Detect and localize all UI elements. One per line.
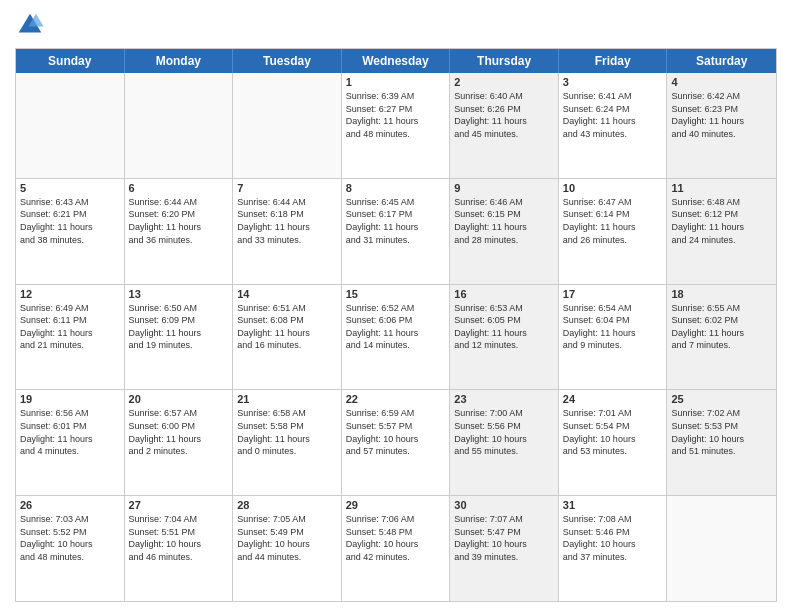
day-number: 26	[20, 499, 120, 511]
day-info: Sunrise: 7:08 AM Sunset: 5:46 PM Dayligh…	[563, 513, 663, 563]
day-info: Sunrise: 7:03 AM Sunset: 5:52 PM Dayligh…	[20, 513, 120, 563]
day-info: Sunrise: 6:49 AM Sunset: 6:11 PM Dayligh…	[20, 302, 120, 352]
calendar-cell: 18Sunrise: 6:55 AM Sunset: 6:02 PM Dayli…	[667, 285, 776, 390]
day-number: 30	[454, 499, 554, 511]
calendar-row: 5Sunrise: 6:43 AM Sunset: 6:21 PM Daylig…	[16, 179, 776, 285]
day-number: 5	[20, 182, 120, 194]
weekday-header: Tuesday	[233, 49, 342, 73]
day-number: 25	[671, 393, 772, 405]
day-info: Sunrise: 6:59 AM Sunset: 5:57 PM Dayligh…	[346, 407, 446, 457]
day-info: Sunrise: 6:50 AM Sunset: 6:09 PM Dayligh…	[129, 302, 229, 352]
weekday-header: Friday	[559, 49, 668, 73]
calendar-cell	[125, 73, 234, 178]
day-number: 7	[237, 182, 337, 194]
calendar-cell	[233, 73, 342, 178]
calendar-cell: 30Sunrise: 7:07 AM Sunset: 5:47 PM Dayli…	[450, 496, 559, 601]
calendar-cell: 11Sunrise: 6:48 AM Sunset: 6:12 PM Dayli…	[667, 179, 776, 284]
calendar-cell: 4Sunrise: 6:42 AM Sunset: 6:23 PM Daylig…	[667, 73, 776, 178]
calendar-cell: 22Sunrise: 6:59 AM Sunset: 5:57 PM Dayli…	[342, 390, 451, 495]
calendar-cell: 27Sunrise: 7:04 AM Sunset: 5:51 PM Dayli…	[125, 496, 234, 601]
header	[15, 10, 777, 40]
day-number: 21	[237, 393, 337, 405]
day-number: 3	[563, 76, 663, 88]
day-info: Sunrise: 7:04 AM Sunset: 5:51 PM Dayligh…	[129, 513, 229, 563]
calendar-cell: 26Sunrise: 7:03 AM Sunset: 5:52 PM Dayli…	[16, 496, 125, 601]
calendar-cell: 13Sunrise: 6:50 AM Sunset: 6:09 PM Dayli…	[125, 285, 234, 390]
calendar-cell: 24Sunrise: 7:01 AM Sunset: 5:54 PM Dayli…	[559, 390, 668, 495]
calendar-cell: 12Sunrise: 6:49 AM Sunset: 6:11 PM Dayli…	[16, 285, 125, 390]
day-number: 10	[563, 182, 663, 194]
calendar-row: 19Sunrise: 6:56 AM Sunset: 6:01 PM Dayli…	[16, 390, 776, 496]
weekday-header: Thursday	[450, 49, 559, 73]
day-number: 15	[346, 288, 446, 300]
day-number: 31	[563, 499, 663, 511]
calendar-cell: 8Sunrise: 6:45 AM Sunset: 6:17 PM Daylig…	[342, 179, 451, 284]
day-info: Sunrise: 7:05 AM Sunset: 5:49 PM Dayligh…	[237, 513, 337, 563]
calendar-cell: 10Sunrise: 6:47 AM Sunset: 6:14 PM Dayli…	[559, 179, 668, 284]
calendar-cell: 31Sunrise: 7:08 AM Sunset: 5:46 PM Dayli…	[559, 496, 668, 601]
calendar-cell: 25Sunrise: 7:02 AM Sunset: 5:53 PM Dayli…	[667, 390, 776, 495]
day-info: Sunrise: 6:51 AM Sunset: 6:08 PM Dayligh…	[237, 302, 337, 352]
day-info: Sunrise: 6:57 AM Sunset: 6:00 PM Dayligh…	[129, 407, 229, 457]
calendar-body: 1Sunrise: 6:39 AM Sunset: 6:27 PM Daylig…	[16, 73, 776, 601]
calendar-cell: 2Sunrise: 6:40 AM Sunset: 6:26 PM Daylig…	[450, 73, 559, 178]
calendar-cell: 29Sunrise: 7:06 AM Sunset: 5:48 PM Dayli…	[342, 496, 451, 601]
calendar-cell: 23Sunrise: 7:00 AM Sunset: 5:56 PM Dayli…	[450, 390, 559, 495]
day-info: Sunrise: 6:58 AM Sunset: 5:58 PM Dayligh…	[237, 407, 337, 457]
day-info: Sunrise: 7:06 AM Sunset: 5:48 PM Dayligh…	[346, 513, 446, 563]
day-number: 20	[129, 393, 229, 405]
day-info: Sunrise: 7:07 AM Sunset: 5:47 PM Dayligh…	[454, 513, 554, 563]
calendar-cell: 17Sunrise: 6:54 AM Sunset: 6:04 PM Dayli…	[559, 285, 668, 390]
day-number: 8	[346, 182, 446, 194]
day-info: Sunrise: 6:45 AM Sunset: 6:17 PM Dayligh…	[346, 196, 446, 246]
weekday-header: Monday	[125, 49, 234, 73]
page: SundayMondayTuesdayWednesdayThursdayFrid…	[0, 0, 792, 612]
logo	[15, 10, 49, 40]
calendar-cell: 15Sunrise: 6:52 AM Sunset: 6:06 PM Dayli…	[342, 285, 451, 390]
day-number: 9	[454, 182, 554, 194]
day-info: Sunrise: 6:54 AM Sunset: 6:04 PM Dayligh…	[563, 302, 663, 352]
day-number: 19	[20, 393, 120, 405]
day-info: Sunrise: 7:02 AM Sunset: 5:53 PM Dayligh…	[671, 407, 772, 457]
calendar-cell: 28Sunrise: 7:05 AM Sunset: 5:49 PM Dayli…	[233, 496, 342, 601]
day-info: Sunrise: 6:41 AM Sunset: 6:24 PM Dayligh…	[563, 90, 663, 140]
day-info: Sunrise: 6:40 AM Sunset: 6:26 PM Dayligh…	[454, 90, 554, 140]
calendar-cell: 21Sunrise: 6:58 AM Sunset: 5:58 PM Dayli…	[233, 390, 342, 495]
day-info: Sunrise: 7:00 AM Sunset: 5:56 PM Dayligh…	[454, 407, 554, 457]
day-info: Sunrise: 6:55 AM Sunset: 6:02 PM Dayligh…	[671, 302, 772, 352]
day-number: 12	[20, 288, 120, 300]
calendar-cell: 7Sunrise: 6:44 AM Sunset: 6:18 PM Daylig…	[233, 179, 342, 284]
day-info: Sunrise: 6:53 AM Sunset: 6:05 PM Dayligh…	[454, 302, 554, 352]
day-number: 2	[454, 76, 554, 88]
calendar-cell: 9Sunrise: 6:46 AM Sunset: 6:15 PM Daylig…	[450, 179, 559, 284]
day-info: Sunrise: 6:48 AM Sunset: 6:12 PM Dayligh…	[671, 196, 772, 246]
day-number: 22	[346, 393, 446, 405]
weekday-header: Sunday	[16, 49, 125, 73]
day-info: Sunrise: 6:42 AM Sunset: 6:23 PM Dayligh…	[671, 90, 772, 140]
calendar: SundayMondayTuesdayWednesdayThursdayFrid…	[15, 48, 777, 602]
calendar-cell: 3Sunrise: 6:41 AM Sunset: 6:24 PM Daylig…	[559, 73, 668, 178]
day-number: 6	[129, 182, 229, 194]
day-number: 11	[671, 182, 772, 194]
weekday-header: Saturday	[667, 49, 776, 73]
day-info: Sunrise: 6:44 AM Sunset: 6:18 PM Dayligh…	[237, 196, 337, 246]
calendar-row: 12Sunrise: 6:49 AM Sunset: 6:11 PM Dayli…	[16, 285, 776, 391]
calendar-cell: 20Sunrise: 6:57 AM Sunset: 6:00 PM Dayli…	[125, 390, 234, 495]
day-number: 4	[671, 76, 772, 88]
calendar-row: 26Sunrise: 7:03 AM Sunset: 5:52 PM Dayli…	[16, 496, 776, 601]
day-number: 14	[237, 288, 337, 300]
calendar-cell: 19Sunrise: 6:56 AM Sunset: 6:01 PM Dayli…	[16, 390, 125, 495]
day-info: Sunrise: 6:52 AM Sunset: 6:06 PM Dayligh…	[346, 302, 446, 352]
day-number: 24	[563, 393, 663, 405]
day-info: Sunrise: 6:44 AM Sunset: 6:20 PM Dayligh…	[129, 196, 229, 246]
calendar-cell: 5Sunrise: 6:43 AM Sunset: 6:21 PM Daylig…	[16, 179, 125, 284]
day-info: Sunrise: 6:56 AM Sunset: 6:01 PM Dayligh…	[20, 407, 120, 457]
day-info: Sunrise: 6:43 AM Sunset: 6:21 PM Dayligh…	[20, 196, 120, 246]
logo-icon	[15, 10, 45, 40]
calendar-cell: 1Sunrise: 6:39 AM Sunset: 6:27 PM Daylig…	[342, 73, 451, 178]
weekday-header: Wednesday	[342, 49, 451, 73]
calendar-cell	[16, 73, 125, 178]
day-number: 16	[454, 288, 554, 300]
day-number: 28	[237, 499, 337, 511]
calendar-row: 1Sunrise: 6:39 AM Sunset: 6:27 PM Daylig…	[16, 73, 776, 179]
